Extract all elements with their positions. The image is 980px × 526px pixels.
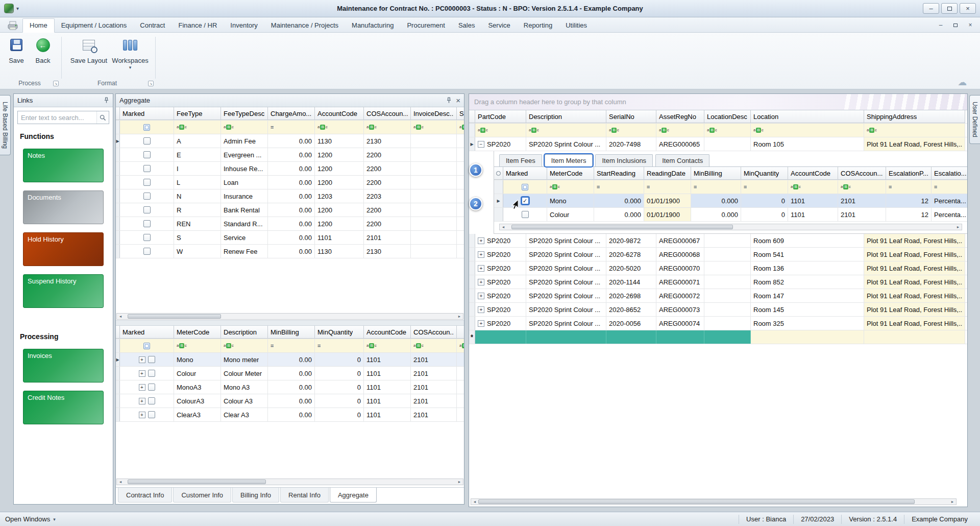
fee-row[interactable]: IInhouse Re...0.0012002200 xyxy=(116,162,464,176)
filter-cell-accountCode[interactable]: aBc xyxy=(315,121,364,134)
filter-cell-location[interactable]: aBc xyxy=(751,124,864,137)
child-minimize-button[interactable]: – xyxy=(934,20,947,30)
column-header-meterCode[interactable]: MeterCode xyxy=(174,326,221,339)
filter-cell-chargeAmount[interactable]: = xyxy=(268,121,315,134)
detail-tab-item-inclusions[interactable]: Item Inclusions xyxy=(595,154,653,166)
scroll-left-arrow[interactable]: ◄ xyxy=(117,479,124,485)
filter-cell-marked[interactable] xyxy=(120,339,174,352)
filter-cell-meterCode[interactable]: aBc xyxy=(547,180,594,194)
maximize-button[interactable] xyxy=(941,3,958,14)
scroll-right-arrow[interactable]: ► xyxy=(456,314,463,319)
row-checkbox[interactable] xyxy=(143,179,151,186)
item-row[interactable]: +SP2020SP2020 Sprint Colour ...2020-6278… xyxy=(469,248,967,261)
column-header-marked[interactable]: Marked xyxy=(120,326,174,339)
append-cell-partCode[interactable] xyxy=(475,330,526,344)
link-button-hold-history[interactable]: Hold History xyxy=(23,232,104,266)
item-row[interactable]: +SP2020SP2020 Sprint Colour ...2020-9872… xyxy=(469,234,967,248)
detail-row[interactable]: ▶✓Mono0.00001/01/19000.00001101210112Per… xyxy=(494,194,967,208)
append-cell-serialNo[interactable] xyxy=(606,330,656,344)
workspaces-button[interactable]: Workspaces ▾ xyxy=(109,36,151,70)
filter-cell-accountCode[interactable]: aBc xyxy=(364,339,411,352)
row-checkbox[interactable] xyxy=(143,165,151,172)
column-header-serialNo[interactable]: SerialNo xyxy=(606,110,656,123)
save-button[interactable]: Save xyxy=(4,36,29,64)
filter-cell-minBilling[interactable]: = xyxy=(691,180,741,194)
ribbon-tab-equipment-locations[interactable]: Equipment / Locations xyxy=(55,19,134,32)
fee-row[interactable]: EEvergreen ...0.0012002200 xyxy=(116,148,464,162)
detail-tab-item-meters[interactable]: Item Meters xyxy=(545,154,593,166)
column-header-feeType[interactable]: FeeType xyxy=(174,107,221,120)
item-row[interactable]: +SP2020SP2020 Sprint Colour ...2020-8652… xyxy=(469,303,967,317)
column-header-cosAccount[interactable]: COSAccoun... xyxy=(411,326,457,339)
row-checkbox[interactable] xyxy=(143,220,151,227)
meter-row[interactable]: +ClearA3Clear A30.00011012101 xyxy=(116,408,464,422)
filter-cell-minQuantity[interactable]: = xyxy=(741,180,788,194)
column-header-locationDesc[interactable]: LocationDesc xyxy=(704,110,751,123)
append-cell-shippingAddress[interactable] xyxy=(864,330,965,344)
filter-cell-escalationPeriod[interactable]: = xyxy=(886,180,932,194)
scroll-left-arrow[interactable]: ◄ xyxy=(500,224,507,230)
close-button[interactable]: × xyxy=(960,3,976,14)
filter-cell-startReading[interactable]: = xyxy=(594,180,644,194)
column-header-minBilling[interactable]: MinBilling xyxy=(268,326,315,339)
filter-cell-meterCode[interactable]: aBc xyxy=(174,339,221,352)
items-h-scrollbar[interactable]: ◄► xyxy=(471,498,957,505)
expand-button[interactable]: + xyxy=(478,237,484,244)
column-header-marked[interactable]: Marked xyxy=(120,107,174,120)
filter-cell-feeType[interactable]: aBc xyxy=(174,121,221,134)
fee-row[interactable]: ▶AAdmin Fee0.0011302130 xyxy=(116,134,464,148)
expand-button[interactable]: + xyxy=(139,398,145,404)
expand-button[interactable]: + xyxy=(139,370,145,377)
column-header-shippingAddress[interactable]: ShippingAddress xyxy=(864,110,965,123)
ribbon-tab-sales[interactable]: Sales xyxy=(452,19,482,32)
expand-button[interactable]: + xyxy=(139,412,145,418)
row-checkbox[interactable] xyxy=(148,384,155,391)
column-header-minQuantity[interactable]: MinQuantity xyxy=(315,326,364,339)
item-row[interactable]: +SP2020SP2020 Sprint Colour ...2020-0056… xyxy=(469,317,967,330)
column-header-feeTypeDesc[interactable]: FeeTypeDesc xyxy=(221,107,268,120)
ribbon-tab-service[interactable]: Service xyxy=(481,19,517,32)
append-row[interactable]: * xyxy=(469,330,967,344)
workspaces-dropdown-icon[interactable]: ▾ xyxy=(109,65,151,70)
filter-cell-cosAccount[interactable]: aBc xyxy=(411,339,457,352)
column-header-chargeAmount[interactable]: ChargeAmo... xyxy=(268,107,315,120)
filter-cell-marked[interactable] xyxy=(503,180,547,194)
column-header-extra[interactable]: S xyxy=(457,107,464,120)
bottom-tab-billing-info[interactable]: Billing Info xyxy=(232,488,279,503)
ribbon-tab-manufacturing[interactable]: Manufacturing xyxy=(345,19,400,32)
cloud-icon[interactable]: ☁ xyxy=(958,77,967,88)
link-button-suspend-history[interactable]: Suspend History xyxy=(23,274,104,308)
expand-button[interactable]: − xyxy=(478,141,484,148)
row-checkbox[interactable]: ✓ xyxy=(522,197,529,204)
fee-grid-h-scrollbar[interactable]: ◄► xyxy=(116,313,463,320)
row-checkbox[interactable] xyxy=(148,356,155,363)
column-header-invoiceDesc[interactable]: InvoiceDesc... xyxy=(411,107,457,120)
child-maximize-button[interactable] xyxy=(949,20,962,30)
bottom-tab-customer-info[interactable]: Customer Info xyxy=(173,488,231,503)
fee-row[interactable]: RBank Rental0.0012002200 xyxy=(116,203,464,217)
back-button[interactable]: ← Back xyxy=(30,36,56,64)
filter-cell-minQuantity[interactable]: = xyxy=(315,339,364,352)
link-button-invoices[interactable]: Invoices xyxy=(23,349,104,382)
expand-button[interactable]: + xyxy=(139,356,145,363)
ribbon-tab-finance-hr[interactable]: Finance / HR xyxy=(172,19,224,32)
column-header-escalation[interactable]: Escalatio... xyxy=(932,167,967,180)
filter-cell-partCode[interactable]: aBc xyxy=(475,124,526,137)
link-button-notes[interactable]: Notes xyxy=(23,149,104,182)
append-cell-locationDesc[interactable] xyxy=(704,330,751,344)
link-button-credit-notes[interactable]: Credit Notes xyxy=(23,391,104,424)
row-checkbox[interactable] xyxy=(143,151,151,158)
search-icon[interactable] xyxy=(96,111,109,124)
row-checkbox[interactable] xyxy=(522,211,529,218)
column-header-marked[interactable]: Marked xyxy=(503,167,547,180)
row-checkbox[interactable] xyxy=(148,397,155,404)
meter-row[interactable]: +ColourColour Meter0.00011012101 xyxy=(116,367,464,380)
filter-cell-marked[interactable] xyxy=(120,121,174,134)
bottom-tab-rental-info[interactable]: Rental Info xyxy=(280,488,329,503)
column-header-accountCode[interactable]: AccountCode xyxy=(315,107,364,120)
append-cell-assetRegNo[interactable] xyxy=(656,330,704,344)
meter-grid-h-scrollbar[interactable]: ◄► xyxy=(116,479,463,485)
sidebar-tab-user-defined[interactable]: User Defined xyxy=(969,95,980,144)
filter-cell-locationDesc[interactable]: aBc xyxy=(704,124,751,137)
expand-button[interactable]: + xyxy=(478,265,484,272)
